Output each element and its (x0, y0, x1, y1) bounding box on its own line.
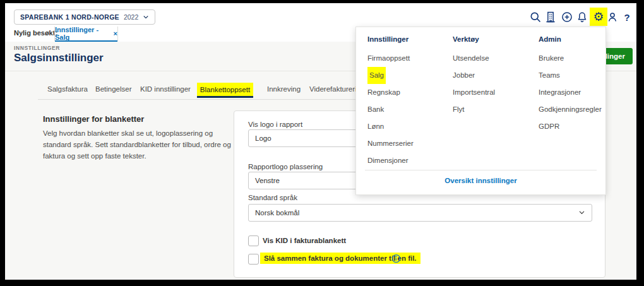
checkbox-label-vis-kid[interactable]: Vis KID i fakturablankett (263, 237, 346, 244)
menu-item-bank[interactable]: Bank (367, 101, 414, 118)
recent-tab-label: Innstillinger - Salg (55, 26, 110, 41)
menu-item-brukere[interactable]: Brukere (539, 50, 602, 67)
app-window: SPAREBANK 1 NORD-NORGE 2022 ⚙ ? Nylig be… (5, 3, 636, 280)
chevron-down-icon (143, 11, 149, 23)
menu-item-dimensjoner[interactable]: Dimensjoner (367, 152, 414, 169)
settings-mega-menu: Innstillinger Firmaoppsett Salg Regnskap… (355, 27, 606, 195)
menu-column-innstillinger: Innstillinger Firmaoppsett Salg Regnskap… (367, 31, 414, 169)
add-new-icon[interactable] (559, 9, 575, 25)
recent-tab-innstillinger-salg[interactable]: Innstillinger - Salg × (55, 27, 117, 40)
tab-separator (117, 27, 118, 41)
tab-salgsfaktura[interactable]: Salgsfaktura (47, 85, 88, 93)
menu-column-verktoy: Verktøy Utsendelse Jobber Importsentral … (453, 31, 495, 118)
field-label-standard-sprak: Standard språk (248, 194, 297, 201)
menu-column-admin: Admin Brukere Teams Integrasjoner Godkje… (539, 31, 602, 135)
field-label-rapportlogo: Rapportlogo plassering (248, 163, 323, 170)
company-register-icon[interactable] (543, 9, 558, 25)
tab-kid-innstillinger[interactable]: KID innstillinger (140, 85, 191, 93)
profile-icon[interactable] (605, 9, 620, 25)
tab-blankettoppsett-active[interactable]: Blankettoppsett (197, 83, 253, 96)
tab-innkreving[interactable]: Innkreving (267, 85, 301, 93)
menu-divider (365, 170, 597, 170)
menu-header: Innstillinger (367, 31, 414, 48)
page-title: Salgsinnstillinger (14, 52, 104, 64)
field-label-vis-logo: Vis logo i rapport (248, 121, 302, 128)
menu-item-flyt[interactable]: Flyt (453, 101, 495, 118)
menu-item-firmaoppsett[interactable]: Firmaoppsett (367, 50, 414, 67)
menu-item-lonn[interactable]: Lønn (367, 118, 414, 135)
company-name: SPAREBANK 1 NORD-NORGE (20, 13, 119, 21)
menu-item-gdpr[interactable]: GDPR (539, 118, 602, 135)
menu-item-importsentral[interactable]: Importsentral (453, 84, 495, 101)
active-tab-underline (197, 96, 253, 98)
section-heading: Innstillinger for blanketter (43, 114, 144, 124)
tab-betingelser[interactable]: Betingelser (95, 85, 132, 93)
menu-item-salg[interactable]: Salg (367, 67, 386, 84)
menu-item-godkjenningsregler[interactable]: Godkjenningsregler (539, 101, 602, 118)
menu-header: Admin (539, 31, 602, 48)
recently-visited-label: Nylig besøkt: (14, 29, 57, 37)
gear-glyph: ⚙ (593, 11, 604, 23)
select-standard-sprak[interactable]: Norsk bokmål (248, 204, 592, 222)
section-description: Velg hvordan blanketter skal se ut, logo… (43, 128, 234, 162)
menu-item-teams[interactable]: Teams (539, 67, 602, 84)
menu-header: Verktøy (453, 31, 495, 48)
company-year: 2022 (124, 13, 138, 21)
menu-item-utsendelse[interactable]: Utsendelse (453, 50, 495, 67)
chevron-down-icon (578, 209, 585, 217)
info-icon[interactable] (391, 254, 401, 266)
notifications-bell-icon[interactable] (575, 9, 590, 25)
menu-item-jobber[interactable]: Jobber (453, 67, 495, 84)
checkbox-vis-kid[interactable] (248, 235, 259, 246)
menu-footer-link[interactable]: Oversikt innstillinger (356, 177, 605, 184)
company-selector[interactable]: SPAREBANK 1 NORD-NORGE 2022 (14, 9, 155, 25)
search-icon[interactable] (528, 9, 543, 25)
menu-item-regnskap[interactable]: Regnskap (367, 84, 414, 101)
checkbox-sla-sammen[interactable] (248, 254, 259, 265)
menu-item-integrasjoner[interactable]: Integrasjoner (539, 84, 602, 101)
menu-item-nummerserier[interactable]: Nummerserier (367, 135, 414, 152)
help-icon[interactable]: ? (619, 9, 635, 25)
breadcrumb-eyebrow: INNSTILLINGER (14, 45, 60, 51)
